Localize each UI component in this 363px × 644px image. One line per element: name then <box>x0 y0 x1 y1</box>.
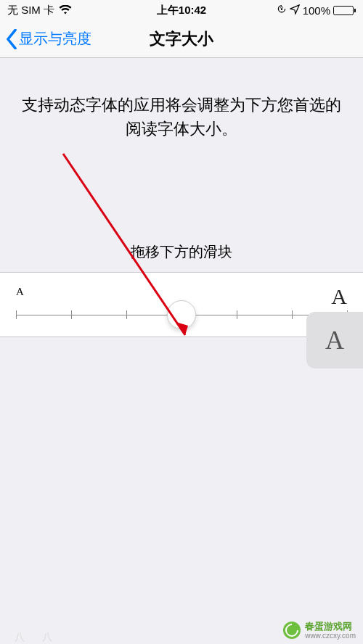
battery-icon <box>333 6 356 15</box>
watermark-logo-icon <box>283 622 301 639</box>
status-time: 上午10:42 <box>157 4 206 17</box>
carrier-text: 无 SIM 卡 <box>7 4 54 17</box>
back-label: 显示与亮度 <box>19 29 91 49</box>
status-bar: 无 SIM 卡 上午10:42 100% <box>0 0 363 20</box>
nav-bar: 显示与亮度 文字大小 <box>0 20 363 58</box>
location-icon <box>290 4 300 17</box>
decorative-glyphs: 八八 <box>15 631 52 644</box>
small-a-label: A <box>16 286 24 307</box>
watermark-url: www.czcxy.com <box>305 632 356 640</box>
watermark: 春蛋游戏网 www.czcxy.com <box>283 622 356 640</box>
chevron-left-icon <box>6 29 17 49</box>
back-button[interactable]: 显示与亮度 <box>6 29 91 49</box>
large-a-overlay: A <box>306 312 363 368</box>
watermark-name: 春蛋游戏网 <box>305 622 356 632</box>
wifi-icon <box>59 4 72 17</box>
slider-instruction: 拖移下方的滑块 <box>0 235 363 272</box>
page-title: 文字大小 <box>150 28 213 50</box>
large-a-label: A <box>331 286 347 307</box>
slider-thumb[interactable] <box>167 300 196 329</box>
orientation-lock-icon <box>277 4 287 17</box>
description-text: 支持动态字体的应用将会调整为下方您首选的阅读字体大小。 <box>0 58 363 141</box>
text-size-slider[interactable] <box>16 313 347 316</box>
battery-percent: 100% <box>303 4 330 17</box>
